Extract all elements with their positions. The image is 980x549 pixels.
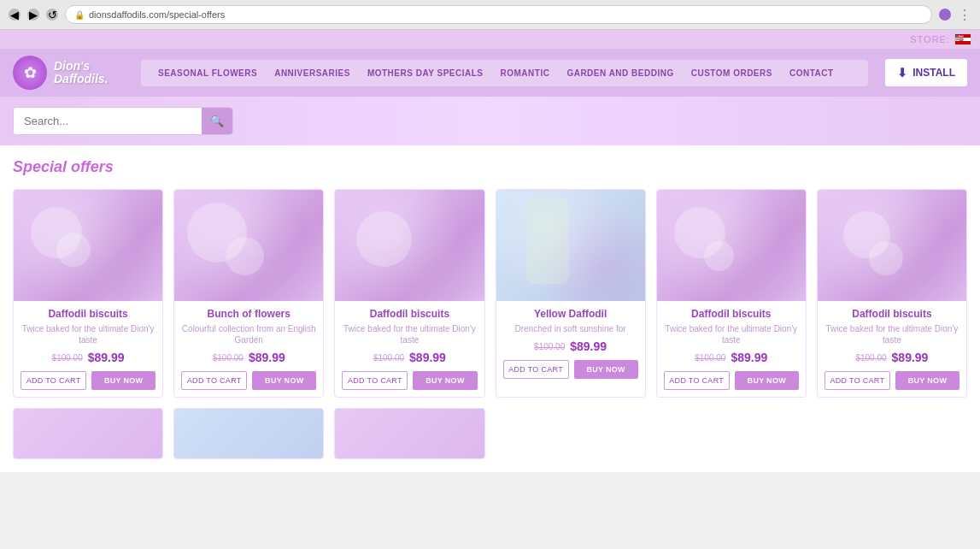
add-to-cart-3[interactable]: ADD TO CART (342, 371, 408, 390)
price-new-3: $89.99 (409, 351, 446, 364)
add-to-cart-4[interactable]: ADD TO CART (503, 360, 569, 379)
product-info-2: Bunch of flowers Colourful collection fr… (174, 301, 323, 397)
product-card-2: Bunch of flowers Colourful collection fr… (173, 189, 324, 398)
product-actions-5: ADD TO CART BUY NOW (664, 371, 799, 390)
lock-icon: 🔒 (74, 10, 85, 20)
main-nav: SEASONAL FLOWERS ANNIVERSARIES MOTHERS D… (141, 60, 868, 86)
top-bar: STORE: 🇺🇸 (0, 30, 980, 49)
product-desc-5: Twice baked for the ultimate Dion'y tast… (664, 323, 799, 345)
add-to-cart-5[interactable]: ADD TO CART (664, 371, 730, 390)
product-name-5: Daffodil biscuits (664, 308, 799, 320)
site-header: STORE: 🇺🇸 ✿ Dion's Daffodils. SEASONAL F… (0, 30, 980, 145)
address-bar[interactable]: 🔒 dionsdaffodils.com/special-offers (65, 5, 932, 24)
forward-button[interactable]: ▶ (27, 9, 39, 21)
buy-now-1[interactable]: BUY NOW (91, 371, 156, 390)
product-card-6: Daffodil biscuits Twice baked for the ul… (817, 189, 967, 398)
site-content: Special offers Daffodil biscuits Twice b… (0, 145, 980, 472)
buy-now-2[interactable]: BUY NOW (252, 371, 316, 390)
logo-line1: Dion's (54, 60, 109, 73)
install-icon: ⬇ (897, 66, 907, 80)
price-new-6: $89.99 (892, 351, 929, 364)
buy-now-3[interactable]: BUY NOW (413, 371, 477, 390)
price-old-6: $100.00 (855, 353, 886, 363)
product-actions-2: ADD TO CART BUY NOW (181, 371, 316, 390)
product-card-3: Daffodil biscuits Twice baked for the ul… (334, 189, 484, 398)
browser-avatar (939, 9, 951, 21)
refresh-button[interactable]: ↺ (46, 9, 58, 21)
product-info-5: Daffodil biscuits Twice baked for the ul… (657, 301, 806, 397)
price-old-1: $100.00 (52, 353, 83, 363)
product-pricing-5: $100.00 $89.99 (664, 351, 799, 364)
nav-seasonal-flowers[interactable]: SEASONAL FLOWERS (150, 65, 266, 81)
nav-romantic[interactable]: ROMANTIC (492, 65, 559, 81)
flag-icon: 🇺🇸 (954, 33, 971, 45)
section-title: Special offers (13, 158, 967, 176)
price-new-5: $89.99 (731, 351, 767, 364)
back-button[interactable]: ◀ (9, 9, 21, 21)
price-old-5: $100.00 (695, 353, 725, 363)
nav-garden-bedding[interactable]: GARDEN AND BEDDING (558, 65, 682, 81)
logo-icon: ✿ (13, 56, 47, 90)
buy-now-4[interactable]: BUY NOW (574, 360, 638, 379)
product-name-6: Daffodil biscuits (824, 308, 959, 320)
product-pricing-6: $100.00 $89.99 (824, 351, 959, 364)
logo-line2: Daffodils. (54, 73, 109, 86)
logo: ✿ Dion's Daffodils. (13, 56, 124, 90)
product-card-4: Yellow Daffodil Drenched in soft sunshin… (496, 189, 646, 398)
nav-mothers-day[interactable]: MOTHERS DAY SPECIALS (359, 65, 492, 81)
nav-anniversaries[interactable]: ANNIVERSARIES (266, 65, 359, 81)
price-old-2: $100.00 (213, 353, 244, 363)
product-name-2: Bunch of flowers (181, 308, 316, 320)
product-image-2 (174, 190, 323, 301)
add-to-cart-1[interactable]: ADD TO CART (21, 371, 86, 390)
nav-contact[interactable]: CONTACT (781, 65, 842, 81)
product-name-4: Yellow Daffodil (503, 308, 638, 320)
product-card-5: Daffodil biscuits Twice baked for the ul… (656, 189, 807, 398)
product-info-4: Yellow Daffodil Drenched in soft sunshin… (496, 301, 645, 386)
buy-now-6[interactable]: BUY NOW (895, 371, 959, 390)
product-pricing-3: $100.00 $89.99 (342, 351, 477, 364)
search-button[interactable]: 🔍 (202, 108, 232, 134)
product-image-6 (818, 190, 966, 301)
price-old-4: $100.00 (534, 342, 565, 351)
buy-now-5[interactable]: BUY NOW (735, 371, 799, 390)
product-card-1: Daffodil biscuits Twice baked for the ul… (13, 189, 163, 398)
product-actions-4: ADD TO CART BUY NOW (503, 360, 638, 379)
browser-menu-icon[interactable]: ⋮ (958, 7, 971, 23)
header-main: ✿ Dion's Daffodils. SEASONAL FLOWERS ANN… (0, 49, 980, 97)
product-info-1: Daffodil biscuits Twice baked for the ul… (14, 301, 162, 397)
price-new-1: $89.99 (88, 351, 125, 364)
product-pricing-4: $100.00 $89.99 (503, 339, 638, 353)
price-old-3: $100.00 (373, 353, 404, 363)
product-image-5 (657, 190, 806, 301)
products-grid: Daffodil biscuits Twice baked for the ul… (13, 189, 967, 398)
product-image-4 (496, 190, 645, 301)
product-desc-4: Drenched in soft sunshine for (503, 323, 638, 334)
product-pricing-1: $100.00 $89.99 (21, 351, 156, 364)
store-label: STORE: (910, 34, 950, 44)
product-image-3 (335, 190, 484, 301)
products-grid-bottom (13, 408, 967, 459)
product-name-3: Daffodil biscuits (342, 308, 477, 320)
product-desc-1: Twice baked for the ultimate Dion'y tast… (21, 323, 156, 345)
bottom-card-1 (13, 408, 163, 459)
product-info-3: Daffodil biscuits Twice baked for the ul… (335, 301, 484, 397)
search-form: 🔍 (13, 107, 233, 135)
add-to-cart-6[interactable]: ADD TO CART (824, 371, 890, 390)
product-actions-3: ADD TO CART BUY NOW (342, 371, 477, 390)
bottom-card-3 (334, 408, 484, 459)
address-text: dionsdaffodils.com/special-offers (89, 9, 225, 20)
product-pricing-2: $100.00 $89.99 (181, 351, 316, 364)
add-to-cart-2[interactable]: ADD TO CART (181, 371, 247, 390)
browser-chrome: ◀ ▶ ↺ 🔒 dionsdaffodils.com/special-offer… (0, 0, 980, 30)
install-button[interactable]: ⬇ INSTALL (885, 59, 967, 86)
nav-custom-orders[interactable]: CUSTOM ORDERS (683, 65, 781, 81)
price-new-4: $89.99 (570, 339, 607, 353)
search-area: 🔍 (0, 97, 980, 145)
product-actions-1: ADD TO CART BUY NOW (21, 371, 156, 390)
site-wrapper: STORE: 🇺🇸 ✿ Dion's Daffodils. SEASONAL F… (0, 30, 980, 472)
bottom-card-2 (173, 408, 324, 459)
search-input[interactable] (14, 108, 202, 134)
product-info-6: Daffodil biscuits Twice baked for the ul… (818, 301, 966, 397)
product-image-1 (14, 190, 162, 301)
